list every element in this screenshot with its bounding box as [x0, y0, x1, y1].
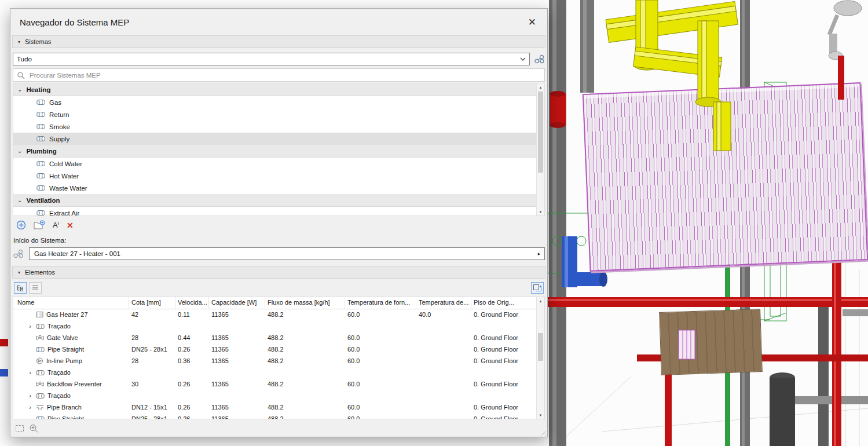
- table-row[interactable]: In-line Pump280.3611365488.260.00. Groun…: [13, 355, 537, 367]
- transfer-settings-button[interactable]: [531, 282, 544, 294]
- system-start-value: Gas Heater 27 - Heater - 001: [34, 250, 120, 257]
- pipe-icon: [36, 173, 45, 179]
- table-row[interactable]: ›Pipe BranchDN12 - 15x10.2611365488.260.…: [13, 401, 537, 413]
- search-box: [13, 68, 545, 82]
- tree-item[interactable]: Extract Air: [13, 207, 537, 215]
- expand-icon[interactable]: ›: [27, 369, 33, 376]
- add-system-button[interactable]: [16, 220, 26, 230]
- system-start-label: Início do Sistema:: [13, 237, 544, 244]
- column-header[interactable]: Temperatura de forn...: [345, 297, 416, 309]
- tree-scrollbar[interactable]: ▲ ▼: [536, 83, 544, 215]
- tree-item[interactable]: Return: [13, 108, 537, 120]
- search-input[interactable]: [28, 71, 541, 79]
- table-scroll-thumb[interactable]: [538, 333, 543, 361]
- table-row[interactable]: Gas Heater 27420.1111365488.260.040.00. …: [13, 309, 537, 320]
- expand-icon[interactable]: ›: [27, 404, 33, 411]
- systems-filter-value: Tudo: [17, 56, 32, 63]
- tree-item[interactable]: Waste Water: [13, 182, 537, 194]
- wood-panel-3d: [659, 309, 763, 375]
- zoom-to-selection-icon[interactable]: [28, 423, 39, 433]
- pipe-icon: [36, 123, 45, 130]
- tree-group-plumbing[interactable]: ⌄Plumbing: [13, 145, 537, 158]
- rename-button[interactable]: AI: [53, 221, 59, 229]
- system-icon[interactable]: [13, 249, 24, 258]
- tree-item[interactable]: Gas: [13, 96, 537, 108]
- column-header[interactable]: Cota [mm]: [129, 297, 175, 309]
- systems-tree: ⌄HeatingGasReturnSmokeSupply⌄PlumbingCol…: [13, 83, 537, 215]
- new-folder-button[interactable]: [34, 220, 45, 230]
- pipe-icon: [36, 136, 45, 142]
- radiator-3d[interactable]: [583, 82, 868, 272]
- systems-tree-panel: ⌄HeatingGasReturnSmokeSupply⌄PlumbingCol…: [13, 83, 545, 216]
- column-header[interactable]: Temperatura de...: [416, 297, 471, 309]
- dialog-title: Navegador do Sistema MEP: [20, 17, 523, 27]
- tree-group-heating[interactable]: ⌄Heating: [13, 83, 537, 96]
- collapse-triangle-icon: ▾: [18, 270, 20, 275]
- elementos-table: NomeCota [mm]Velocida...Capacidade [W]Fl…: [13, 297, 545, 419]
- valve-icon: [36, 381, 44, 387]
- scroll-up-icon[interactable]: ▲: [537, 297, 544, 305]
- dialog-titlebar[interactable]: Navegador do Sistema MEP ✕: [12, 9, 545, 35]
- expand-icon[interactable]: ›: [27, 323, 33, 330]
- systems-filter-select[interactable]: Tudo: [13, 53, 530, 65]
- route-icon: [36, 323, 45, 330]
- system-start-combo[interactable]: Gas Heater 27 - Heater - 001 ▸: [29, 247, 545, 260]
- table-row[interactable]: Pipe StraightDN25 - 28x10.2611365488.260…: [13, 413, 537, 419]
- route-icon: [36, 370, 45, 376]
- chevron-down-icon: [520, 57, 526, 61]
- systems-toolbar: AI ✕: [12, 216, 545, 232]
- marquee-select-icon[interactable]: [14, 423, 25, 433]
- column-header[interactable]: Capacidade [W]: [209, 297, 265, 309]
- collapse-triangle-icon: ▾: [18, 39, 20, 45]
- elementos-section-label: Elementos: [25, 269, 55, 276]
- pipe-icon: [36, 111, 45, 118]
- mep-navigator-dialog: Navegador do Sistema MEP ✕ ▾ Sistemas Tu…: [10, 8, 548, 437]
- column-header[interactable]: Fluxo de massa [kg/h]: [265, 297, 345, 309]
- selection-toolbar: [12, 419, 545, 437]
- tree-item[interactable]: Hot Water: [13, 170, 537, 182]
- archicad-window: Navegador do Sistema MEP ✕ ▾ Sistemas Tu…: [0, 0, 868, 446]
- table-header: NomeCota [mm]Velocida...Capacidade [W]Fl…: [13, 297, 537, 309]
- table-row[interactable]: ›Traçado: [13, 390, 537, 401]
- sistemas-section-label: Sistemas: [25, 38, 51, 45]
- tree-view-button[interactable]: [14, 282, 27, 294]
- pipe-icon: [36, 416, 45, 419]
- scroll-down-icon[interactable]: ▼: [537, 411, 544, 419]
- pipe-icon: [36, 210, 45, 215]
- tree-item[interactable]: Supply: [13, 133, 537, 145]
- table-row[interactable]: ›Traçado: [13, 367, 537, 378]
- table-row[interactable]: ›Traçado: [13, 320, 537, 332]
- elementos-section-header[interactable]: ▾ Elementos: [12, 266, 545, 279]
- branch-icon: [36, 404, 44, 411]
- table-row[interactable]: Pipe StraightDN25 - 28x10.2611365488.260…: [13, 343, 537, 355]
- list-view-button[interactable]: [29, 282, 42, 294]
- route-icon: [36, 393, 45, 399]
- system-link-icon[interactable]: [534, 54, 545, 64]
- tree-group-ventilation[interactable]: ⌄Ventilation: [13, 194, 537, 207]
- elementos-toolbar: [12, 279, 545, 295]
- tree-scroll-thumb[interactable]: [538, 92, 543, 173]
- pipe-icon: [36, 346, 45, 353]
- column-header[interactable]: Piso de Orig...: [471, 297, 537, 309]
- combo-arrow-icon[interactable]: ▸: [535, 251, 543, 257]
- table-body: Gas Heater 27420.1111365488.260.040.00. …: [13, 309, 537, 419]
- column-header[interactable]: Velocida...: [175, 297, 209, 309]
- table-scrollbar[interactable]: ▲ ▼: [536, 297, 544, 419]
- scroll-up-icon[interactable]: ▲: [537, 83, 544, 91]
- search-icon: [17, 71, 25, 79]
- delete-button[interactable]: ✕: [67, 221, 74, 229]
- tree-item[interactable]: Smoke: [13, 120, 537, 133]
- close-icon[interactable]: ✕: [523, 15, 541, 30]
- pump-icon: [36, 357, 43, 364]
- table-row[interactable]: Gate Valve280.4411365488.260.00. Ground …: [13, 332, 537, 343]
- pipe-icon: [36, 160, 45, 167]
- table-row[interactable]: Backflow Preventer300.2611365488.260.00.…: [13, 378, 537, 390]
- sistemas-section-header[interactable]: ▾ Sistemas: [12, 35, 545, 48]
- scroll-down-icon[interactable]: ▼: [537, 208, 544, 215]
- heater-icon: [36, 311, 43, 318]
- expand-icon[interactable]: ›: [27, 392, 33, 399]
- column-header[interactable]: Nome: [13, 297, 129, 309]
- tree-item[interactable]: Cold Water: [13, 158, 537, 170]
- pipe-icon: [36, 185, 45, 191]
- valve-icon: [36, 335, 44, 341]
